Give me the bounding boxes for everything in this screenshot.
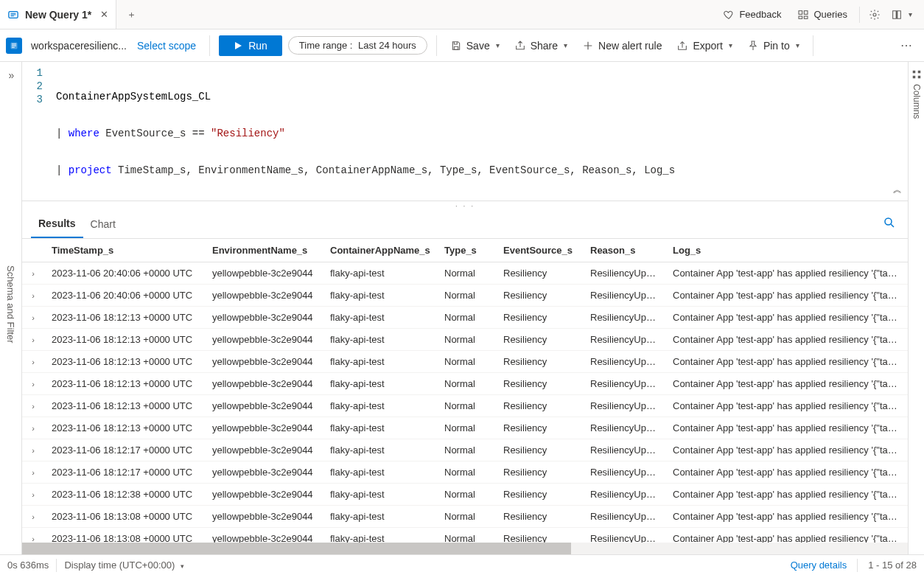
chevron-down-icon: ▾ [729, 41, 732, 49]
horizontal-scrollbar[interactable] [22, 543, 908, 554]
column-header[interactable]: Log_s [665, 239, 908, 262]
table-row[interactable]: ›2023-11-06 18:12:17 +0000 UTCyellowpebb… [22, 461, 908, 484]
svg-rect-11 [917, 76, 920, 79]
queries-icon [797, 9, 809, 21]
query-editor-wrap: 1 2 3 ContainerAppSystemLogs_CL | where … [22, 62, 908, 201]
workspace-name[interactable]: workspaceresilienc... [31, 40, 127, 52]
svg-point-5 [873, 13, 876, 16]
table-row[interactable]: ›2023-11-06 20:40:06 +0000 UTCyellowpebb… [22, 285, 908, 307]
query-editor[interactable]: 1 2 3 ContainerAppSystemLogs_CL | where … [22, 62, 908, 201]
table-row[interactable]: ›2023-11-06 18:12:17 +0000 UTCyellowpebb… [22, 439, 908, 461]
gear-icon [869, 9, 881, 21]
expand-row-icon[interactable]: › [32, 402, 35, 411]
new-tab-button[interactable]: ＋ [116, 8, 146, 21]
expand-row-icon[interactable]: › [32, 358, 35, 366]
scrollbar-thumb[interactable] [22, 543, 571, 554]
close-tab-icon[interactable]: ✕ [100, 9, 108, 20]
run-button[interactable]: Run [219, 35, 282, 56]
cell-timestamp: 2023-11-06 18:12:13 +0000 UTC [44, 417, 205, 439]
export-button[interactable]: Export ▾ [672, 37, 736, 55]
pin-to-button[interactable]: Pin to ▾ [743, 37, 804, 55]
docs-button[interactable]: ▾ [886, 4, 917, 25]
expand-panel-icon[interactable]: » [9, 69, 13, 81]
settings-button[interactable] [864, 4, 885, 25]
cell-environment: yellowpebble-3c2e9044 [205, 395, 323, 417]
chevron-down-icon: ▾ [564, 41, 567, 49]
divider [857, 559, 858, 572]
search-results-button[interactable] [883, 216, 896, 231]
cell-timestamp: 2023-11-06 18:12:17 +0000 UTC [44, 461, 205, 484]
cell-eventsource: Resiliency [496, 285, 583, 307]
more-actions-button[interactable]: ⋯ [900, 38, 912, 52]
expand-row-icon[interactable]: › [32, 313, 35, 322]
cell-type: Normal [437, 307, 496, 329]
new-alert-rule-button[interactable]: New alert rule [578, 37, 666, 55]
tab-chart[interactable]: Chart [83, 209, 123, 238]
table-row[interactable]: ›2023-11-06 20:40:06 +0000 UTCyellowpebb… [22, 262, 908, 285]
editor-gutter: 1 2 3 [22, 62, 49, 201]
cell-environment: yellowpebble-3c2e9044 [205, 417, 323, 439]
select-scope-link[interactable]: Select scope [133, 40, 200, 52]
split-handle[interactable]: · · · [22, 201, 908, 209]
table-row[interactable]: ›2023-11-06 18:13:08 +0000 UTCyellowpebb… [22, 506, 908, 528]
queries-button[interactable]: Queries [790, 4, 855, 25]
expand-row-icon[interactable]: › [32, 446, 35, 455]
editor-code[interactable]: ContainerAppSystemLogs_CL | where EventS… [49, 62, 675, 201]
expand-row-icon[interactable]: › [32, 512, 35, 521]
column-header[interactable]: EventSource_s [496, 239, 583, 262]
cell-timestamp: 2023-11-06 20:40:06 +0000 UTC [44, 262, 205, 285]
expand-row-icon[interactable]: › [32, 380, 35, 388]
table-row[interactable]: ›2023-11-06 18:12:13 +0000 UTCyellowpebb… [22, 417, 908, 439]
columns-panel-icon [911, 69, 922, 80]
cell-type: Normal [437, 484, 496, 506]
tab-bar-right: Feedback Queries ▾ [715, 4, 924, 25]
cell-log: Container App 'test-app' has applied res… [665, 262, 908, 285]
cell-timestamp: 2023-11-06 18:13:08 +0000 UTC [44, 506, 205, 528]
column-header[interactable]: EnvironmentName_s [205, 239, 323, 262]
tab-results[interactable]: Results [31, 209, 83, 238]
expand-row-icon[interactable]: › [32, 490, 35, 499]
cell-eventsource: Resiliency [496, 439, 583, 461]
results-table-scroll[interactable]: TimeStamp_s EnvironmentName_s ContainerA… [22, 239, 908, 543]
table-row[interactable]: ›2023-11-06 18:13:08 +0000 UTCyellowpebb… [22, 528, 908, 543]
pin-icon [747, 40, 759, 52]
expand-row-icon[interactable]: › [32, 291, 35, 300]
table-row[interactable]: ›2023-11-06 18:12:38 +0000 UTCyellowpebb… [22, 484, 908, 506]
cell-reason: ResiliencyUpdate [583, 307, 665, 329]
cell-appname: flaky-api-test [323, 307, 437, 329]
cell-type: Normal [437, 528, 496, 543]
cell-timestamp: 2023-11-06 18:13:08 +0000 UTC [44, 528, 205, 543]
table-row[interactable]: ›2023-11-06 18:12:13 +0000 UTCyellowpebb… [22, 373, 908, 395]
cell-type: Normal [437, 262, 496, 285]
columns-panel-collapsed[interactable]: Columns [908, 62, 924, 554]
table-row[interactable]: ›2023-11-06 18:12:13 +0000 UTCyellowpebb… [22, 395, 908, 417]
table-row[interactable]: ›2023-11-06 18:12:13 +0000 UTCyellowpebb… [22, 307, 908, 329]
save-label: Save [466, 40, 490, 52]
divider [813, 35, 813, 56]
column-header[interactable]: Reason_s [583, 239, 665, 262]
schema-panel-label[interactable]: Schema and Filter [5, 265, 16, 344]
feedback-button[interactable]: Feedback [715, 4, 788, 25]
svg-rect-2 [805, 10, 808, 14]
share-button[interactable]: Share ▾ [510, 37, 572, 55]
column-header[interactable]: Type_s [437, 239, 496, 262]
collapse-editor-icon[interactable]: ︽ [893, 184, 900, 196]
cell-type: Normal [437, 351, 496, 373]
expand-row-icon[interactable]: › [32, 468, 35, 477]
table-row[interactable]: ›2023-11-06 18:12:13 +0000 UTCyellowpebb… [22, 329, 908, 351]
time-range-selector[interactable]: Time range : Last 24 hours [288, 36, 427, 55]
expand-row-icon[interactable]: › [32, 534, 35, 543]
query-details-link[interactable]: Query details [791, 560, 847, 571]
cell-eventsource: Resiliency [496, 351, 583, 373]
table-row[interactable]: ›2023-11-06 18:12:13 +0000 UTCyellowpebb… [22, 351, 908, 373]
display-time-selector[interactable]: Display time (UTC+00:00) ▾ [64, 560, 184, 571]
expand-row-icon[interactable]: › [32, 335, 35, 344]
cell-timestamp: 2023-11-06 18:12:13 +0000 UTC [44, 351, 205, 373]
cell-environment: yellowpebble-3c2e9044 [205, 506, 323, 528]
column-header[interactable]: ContainerAppName_s [323, 239, 437, 262]
expand-row-icon[interactable]: › [32, 269, 35, 278]
save-button[interactable]: Save ▾ [446, 37, 504, 55]
query-tab[interactable]: New Query 1* ✕ [0, 0, 116, 29]
expand-row-icon[interactable]: › [32, 424, 35, 433]
column-header[interactable]: TimeStamp_s [44, 239, 205, 262]
